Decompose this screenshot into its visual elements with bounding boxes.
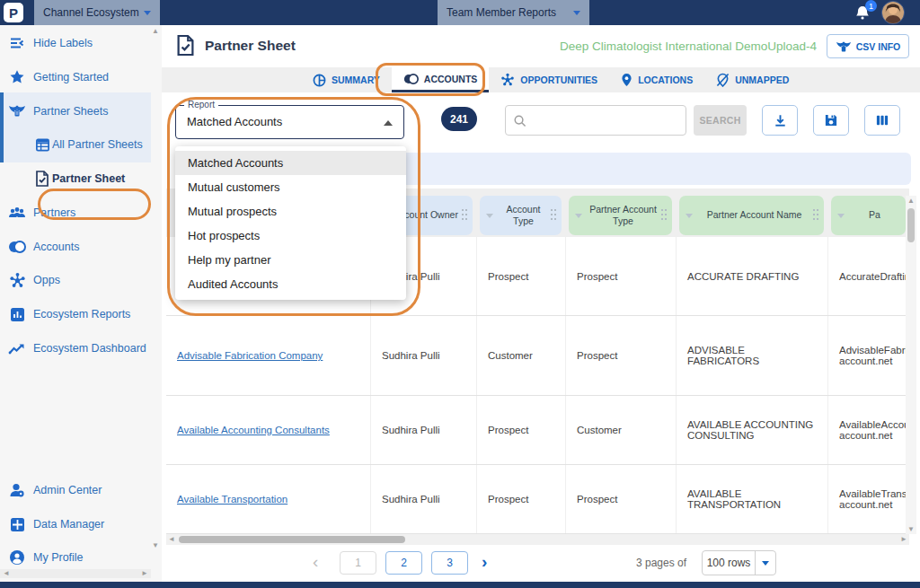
page-button-1[interactable]: 1 (340, 551, 376, 575)
csv-info-button[interactable]: CSV INFO (827, 34, 909, 58)
sidebar-item-ecosystem-reports[interactable]: Ecosystem Reports (0, 301, 151, 328)
search-button[interactable]: SEARCH (694, 105, 747, 136)
menu-item-hot-prospects[interactable]: Hot prospects (175, 224, 406, 248)
menu-item-mutual-customers[interactable]: Mutual customers (175, 175, 406, 199)
table-row[interactable]: Available Accounting Consultants Sudhira… (166, 396, 909, 465)
sidebar-item-hide-labels[interactable]: Hide Labels (0, 30, 151, 57)
table-row[interactable]: Advisable Fabrication Company Sudhira Pu… (166, 316, 909, 396)
search-box[interactable] (505, 105, 686, 136)
scroll-left-arrow-icon[interactable]: ◄ (3, 569, 10, 578)
search-input[interactable] (532, 106, 686, 135)
partner-sheet-page-icon (176, 34, 195, 57)
chevron-down-icon (573, 11, 580, 15)
table-row[interactable]: Available Transportation Sudhira Pulli P… (166, 465, 909, 534)
scroll-left-arrow-icon[interactable]: ◄ (168, 534, 175, 545)
scroll-down-arrow-icon[interactable]: ▼ (906, 525, 916, 533)
top-bar: P Channel Ecosystem Team Member Reports … (0, 0, 920, 25)
table-vertical-scrollbar[interactable]: ▲ ▼ (906, 196, 916, 534)
sidebar-item-partner-sheets[interactable]: Partner Sheets (0, 98, 151, 125)
report-select[interactable]: Report Matched Accounts (175, 105, 404, 139)
toolbar: Report Matched Accounts 241 SEARCH (162, 92, 920, 153)
sidebar-item-label: All Partner Sheets (52, 138, 143, 151)
save-floppy-icon (824, 113, 838, 127)
columns-button[interactable] (864, 105, 900, 136)
tab-opportunities[interactable]: OPPORTUNITIES (489, 67, 609, 92)
cell-account-type: Prospect (476, 396, 565, 464)
table-list-icon (32, 135, 52, 154)
sidebar-horizontal-scrollbar[interactable]: ◄ ► (0, 569, 151, 578)
document-check-icon (32, 169, 52, 189)
divider (755, 550, 756, 575)
grid-icon (7, 514, 27, 534)
star-icon (7, 67, 27, 87)
drag-handle-icon[interactable] (462, 209, 467, 222)
table-horizontal-scrollbar[interactable]: ◄ ► (166, 534, 909, 545)
sidebar-item-admin-center[interactable]: Admin Center (0, 477, 151, 504)
scroll-down-arrow-icon[interactable]: ▼ (151, 541, 160, 549)
user-avatar[interactable] (881, 1, 905, 24)
sidebar-item-accounts[interactable]: Accounts (0, 233, 151, 260)
account-link[interactable]: Advisable Fabrication Company (177, 350, 323, 361)
filter-caret-icon[interactable] (686, 214, 693, 218)
account-link[interactable]: Available Accounting Consultants (177, 425, 330, 435)
cell-partner-col6: AdvisableFabri account.net (827, 316, 909, 395)
column-header-partner-account-type[interactable]: Partner Account Type (569, 196, 672, 235)
location-pin-icon (621, 73, 632, 87)
team-member-reports-selector[interactable]: Team Member Reports (438, 0, 589, 25)
sidebar-vertical-scrollbar[interactable]: ▲ ▼ (151, 27, 160, 566)
cell-account-name: Advisable Fabrication Company (166, 316, 370, 395)
scroll-up-arrow-icon[interactable]: ▲ (151, 27, 160, 35)
column-header-clipped[interactable]: Pa (831, 196, 906, 235)
sidebar-item-ecosystem-dashboard[interactable]: Ecosystem Dashboard (0, 335, 151, 362)
column-header-partner-account-name[interactable]: Partner Account Name (679, 196, 824, 235)
page-button-2[interactable]: 2 (385, 551, 422, 575)
drag-handle-icon[interactable] (661, 209, 667, 222)
filter-caret-icon[interactable] (486, 214, 493, 218)
report-select-value: Matched Accounts (187, 115, 282, 128)
tab-locations[interactable]: LOCATIONS (609, 67, 704, 92)
scroll-right-arrow-icon[interactable]: ► (900, 534, 907, 545)
chevron-down-icon (144, 11, 151, 15)
menu-item-mutual-prospects[interactable]: Mutual prospects (175, 199, 406, 224)
sidebar-item-data-manager[interactable]: Data Manager (0, 511, 151, 538)
previous-page-chevron[interactable]: ‹ (313, 550, 318, 574)
sidebar-item-all-partner-sheets[interactable]: All Partner Sheets (0, 131, 151, 158)
column-label: Partner Account Type (585, 204, 661, 227)
rows-per-page-select[interactable]: 100 rows (702, 550, 776, 575)
account-link[interactable]: Available Transportation (177, 494, 288, 505)
column-label: Account Type (496, 204, 551, 227)
menu-item-matched-accounts[interactable]: Matched Accounts (175, 151, 406, 175)
menu-item-audited-accounts[interactable]: Audited Accounts (175, 272, 406, 296)
scroll-up-arrow-icon[interactable]: ▲ (906, 197, 916, 205)
sidebar-item-getting-started[interactable]: Getting Started (0, 64, 151, 91)
sidebar-item-opps[interactable]: Opps (0, 267, 151, 294)
scroll-right-arrow-icon[interactable]: ► (141, 569, 148, 578)
chevron-down-icon (762, 561, 769, 566)
drag-handle-icon[interactable] (813, 209, 818, 222)
cell-partner-col6: AccurateDraftin (827, 237, 909, 315)
column-header-account-type[interactable]: Account Type (480, 196, 562, 235)
save-button[interactable] (813, 105, 849, 136)
workspace-selector[interactable]: Channel Ecosystem (34, 0, 160, 25)
tab-unmapped[interactable]: UNMAPPED (704, 67, 801, 92)
sidebar-item-my-profile[interactable]: My Profile (0, 544, 151, 571)
tab-accounts[interactable]: ACCOUNTS (392, 67, 490, 92)
scrollbar-thumb[interactable] (179, 536, 405, 543)
scrollbar-thumb[interactable] (907, 208, 915, 242)
cell-partner-col6: AvailableTransp account.net (827, 465, 909, 533)
filter-caret-icon[interactable] (575, 214, 582, 218)
sidebar-item-label: Partner Sheets (33, 105, 108, 118)
record-count-badge: 241 (441, 107, 477, 131)
download-button[interactable] (762, 105, 798, 136)
next-page-chevron[interactable]: › (482, 550, 487, 574)
sidebar-item-label: Partner Sheet (52, 172, 125, 185)
sidebar-item-partner-sheet[interactable]: Partner Sheet (0, 165, 151, 192)
menu-item-help-my-partner[interactable]: Help my partner (175, 248, 406, 272)
pages-summary-text: 3 pages of (636, 557, 686, 569)
sidebar-item-label: Hide Labels (33, 37, 93, 49)
drag-handle-icon[interactable] (551, 209, 556, 222)
sidebar-item-partners[interactable]: Partners (0, 199, 151, 226)
page-button-3[interactable]: 3 (431, 551, 468, 575)
filter-caret-icon[interactable] (837, 214, 845, 218)
tab-summary[interactable]: SUMMARY (301, 67, 392, 92)
